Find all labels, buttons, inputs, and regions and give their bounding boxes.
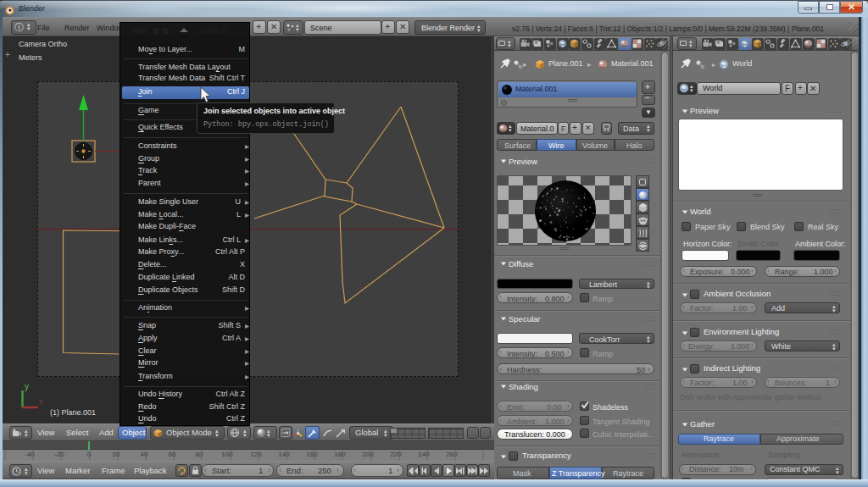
svg-text:x: x [39, 397, 43, 407]
svg-text:y: y [25, 382, 29, 391]
svg-text:▸: ▸ [712, 61, 715, 69]
